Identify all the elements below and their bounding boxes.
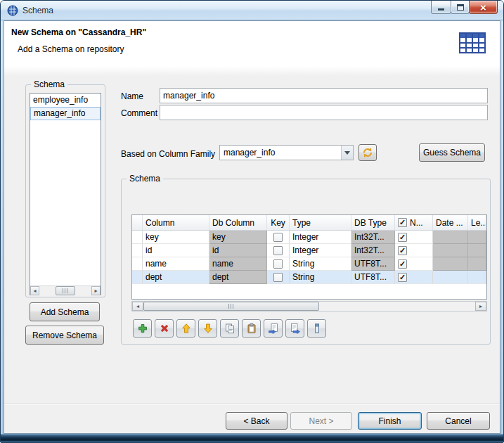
- cell-length[interactable]: [468, 244, 486, 257]
- cell-column[interactable]: id: [143, 244, 209, 257]
- header-key[interactable]: Key: [267, 215, 290, 230]
- close-button[interactable]: ×: [469, 1, 498, 14]
- list-hscrollbar[interactable]: ◂ ▸: [30, 285, 101, 295]
- export-button[interactable]: [285, 319, 304, 338]
- add-row-button[interactable]: [133, 319, 152, 338]
- cell-column[interactable]: key: [143, 231, 209, 244]
- table-row[interactable]: namenameStringUTF8T...: [132, 257, 486, 271]
- name-input[interactable]: [160, 88, 488, 103]
- cell-db-column[interactable]: dept: [209, 271, 267, 284]
- cell-nullable[interactable]: [395, 271, 433, 284]
- import-button[interactable]: [264, 319, 283, 338]
- scroll-thumb[interactable]: [143, 302, 319, 311]
- cell-selector[interactable]: [132, 231, 143, 244]
- checkbox[interactable]: [398, 273, 407, 282]
- cell-db-column[interactable]: key: [209, 231, 267, 244]
- remove-schema-button[interactable]: Remove Schema: [25, 326, 104, 345]
- reset-column-button[interactable]: [307, 319, 326, 338]
- cell-type[interactable]: String: [290, 257, 351, 271]
- cell-db-column[interactable]: name: [209, 257, 267, 271]
- arrow-down-icon: [202, 323, 214, 334]
- maximize-button[interactable]: [451, 1, 470, 14]
- header-nullable[interactable]: N...: [395, 215, 433, 230]
- scroll-left-button[interactable]: ◂: [30, 286, 39, 295]
- cell-date-pattern[interactable]: [433, 231, 468, 244]
- scroll-thumb[interactable]: [56, 286, 75, 295]
- checkbox[interactable]: [273, 233, 283, 242]
- scroll-right-button[interactable]: ▸: [91, 286, 101, 295]
- schema-table-group-label: Schema: [127, 174, 163, 184]
- table-row[interactable]: ididIntegerInt32T...: [132, 244, 486, 257]
- checkbox[interactable]: [398, 246, 407, 255]
- schema-list-item[interactable]: employee_info: [30, 94, 101, 107]
- cell-length[interactable]: [468, 257, 486, 271]
- wizard-subtitle: Add a Schema on repository: [18, 44, 124, 54]
- refresh-icon: [362, 147, 373, 158]
- cell-date-pattern[interactable]: [433, 257, 468, 271]
- checkbox[interactable]: [398, 259, 407, 269]
- header-type[interactable]: Type: [290, 215, 351, 230]
- minimize-button[interactable]: [431, 1, 451, 14]
- cell-selector[interactable]: [132, 244, 143, 257]
- header-date-pattern[interactable]: Date ...: [433, 215, 468, 230]
- back-button[interactable]: < Back: [226, 412, 287, 430]
- add-schema-button[interactable]: Add Schema: [30, 302, 100, 321]
- cell-nullable[interactable]: [395, 257, 433, 271]
- header-db-column[interactable]: Db Column: [209, 215, 267, 230]
- close-icon: ×: [480, 2, 486, 13]
- schema-list-item[interactable]: manager_info: [30, 107, 101, 120]
- comment-input[interactable]: [160, 105, 488, 120]
- cell-length[interactable]: [468, 231, 486, 244]
- copy-button[interactable]: [220, 319, 239, 338]
- move-up-button[interactable]: [176, 319, 195, 338]
- cell-nullable[interactable]: [395, 244, 433, 257]
- nullable-select-all-checkbox[interactable]: [398, 218, 407, 227]
- checkbox[interactable]: [273, 259, 283, 269]
- checkbox[interactable]: [398, 233, 407, 242]
- checkbox[interactable]: [273, 246, 283, 255]
- header-length[interactable]: Le...: [468, 215, 486, 230]
- cell-date-pattern[interactable]: [433, 271, 468, 284]
- remove-row-button[interactable]: [155, 319, 174, 338]
- paste-button[interactable]: [242, 319, 261, 338]
- cell-nullable[interactable]: [395, 231, 433, 244]
- cell-selector[interactable]: [132, 271, 143, 284]
- cell-db-type[interactable]: Int32T...: [351, 244, 395, 257]
- header-column[interactable]: Column: [143, 215, 209, 230]
- cell-db-column[interactable]: id: [209, 244, 267, 257]
- checkbox[interactable]: [273, 273, 283, 282]
- cell-db-type[interactable]: Int32T...: [351, 231, 395, 244]
- cancel-button[interactable]: Cancel: [427, 412, 490, 430]
- cell-selector[interactable]: [132, 257, 143, 271]
- copy-icon: [224, 323, 235, 334]
- refresh-button[interactable]: [358, 144, 377, 161]
- cell-key[interactable]: [267, 244, 290, 257]
- header-db-type[interactable]: DB Type: [351, 215, 395, 230]
- name-label: Name: [121, 91, 143, 101]
- guess-schema-button[interactable]: Guess Schema: [419, 143, 485, 162]
- table-row[interactable]: deptdeptStringUTF8T...: [132, 271, 486, 284]
- combo-dropdown-button[interactable]: [341, 146, 353, 160]
- table-hscrollbar[interactable]: ◂ ▸: [131, 301, 487, 312]
- cell-key[interactable]: [267, 257, 290, 271]
- schema-list[interactable]: employee_infomanager_info: [30, 93, 101, 295]
- cell-key[interactable]: [267, 271, 290, 284]
- cell-db-type[interactable]: UTF8T...: [351, 257, 395, 271]
- cell-db-type[interactable]: UTF8T...: [351, 271, 395, 284]
- cell-column[interactable]: name: [143, 257, 209, 271]
- cell-column[interactable]: dept: [143, 271, 209, 284]
- cell-length[interactable]: [468, 271, 486, 284]
- cell-key[interactable]: [267, 231, 290, 244]
- cell-type[interactable]: Integer: [290, 231, 351, 244]
- grip-icon: [63, 288, 68, 293]
- cell-date-pattern[interactable]: [433, 244, 468, 257]
- table-row[interactable]: keykeyIntegerInt32T...: [132, 231, 486, 244]
- cell-type[interactable]: Integer: [290, 244, 351, 257]
- scroll-right-button[interactable]: ▸: [475, 302, 486, 311]
- finish-button[interactable]: Finish: [358, 412, 422, 430]
- column-family-select[interactable]: manager_info: [219, 145, 354, 160]
- cell-type[interactable]: String: [290, 271, 351, 284]
- titlebar[interactable]: Schema ×: [1, 1, 503, 20]
- scroll-left-button[interactable]: ◂: [132, 302, 143, 311]
- move-down-button[interactable]: [198, 319, 217, 338]
